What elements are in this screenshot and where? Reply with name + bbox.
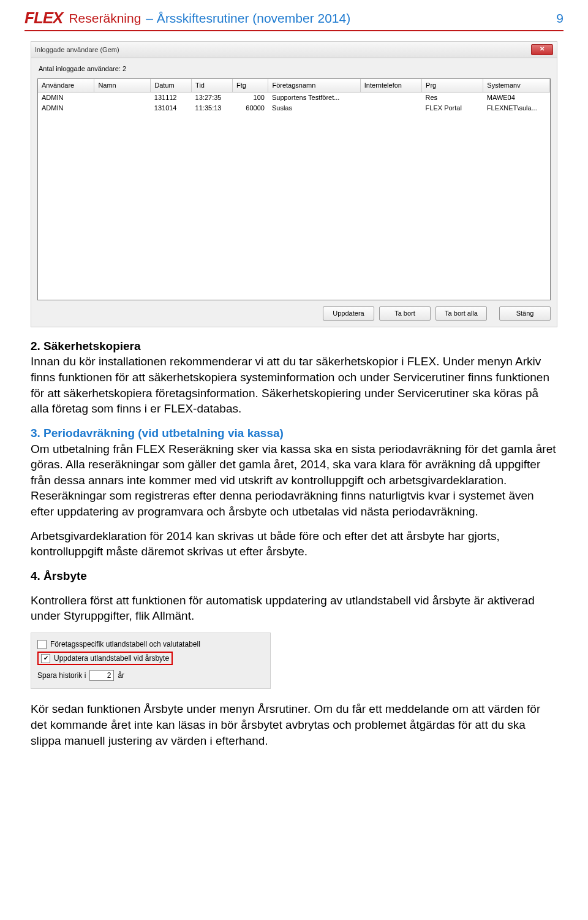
section4-paragraph-1: Kontrollera först att funktionen för aut… xyxy=(31,593,557,624)
cell xyxy=(360,92,421,102)
history-years-input[interactable]: 2 xyxy=(89,670,114,681)
section2-title: 2. Säkerhetskopiera xyxy=(31,340,141,352)
app-logo: FLEX xyxy=(24,9,62,28)
col-sys[interactable]: Systemanv xyxy=(483,79,550,92)
section3-paragraph-1: Om utbetalning från FLEX Reseräkning ske… xyxy=(31,443,556,519)
checkbox-update-foreign-table-label: Uppdatera utlandstabell vid årsbyte xyxy=(54,653,169,663)
checkbox-company-specific-label: Företagsspecifik utlandstabell och valut… xyxy=(50,639,200,649)
remove-all-button[interactable]: Ta bort alla xyxy=(435,306,487,321)
table-row[interactable]: ADMIN 131112 13:27:35 100 Supportens Tes… xyxy=(38,92,550,102)
col-ftg[interactable]: Ftg xyxy=(232,79,268,92)
col-time[interactable]: Tid xyxy=(192,79,233,92)
update-button[interactable]: Uppdatera xyxy=(323,306,374,321)
table-row[interactable]: ADMIN 131014 11:35:13 60000 Suslas FLEX … xyxy=(38,103,550,113)
cell xyxy=(94,92,151,102)
table-header-row: Användare Namn Datum Tid Ftg Företagsnam… xyxy=(38,79,550,92)
dialog-titlebar: Inloggade användare (Gem) ✕ xyxy=(31,42,557,58)
users-table-container: Användare Namn Datum Tid Ftg Företagsnam… xyxy=(37,78,551,300)
cell: FLEX Portal xyxy=(422,103,483,113)
checkbox-company-specific[interactable] xyxy=(37,640,47,649)
page-number: 9 xyxy=(556,11,564,26)
cell xyxy=(360,103,421,113)
section2-paragraph: Innan du kör installationen rekommendera… xyxy=(31,355,549,415)
cell: 60000 xyxy=(232,103,268,113)
cell: 13:27:35 xyxy=(192,92,233,102)
cell xyxy=(94,103,151,113)
cell: FLEXNET\sula... xyxy=(483,103,550,113)
col-name[interactable]: Namn xyxy=(94,79,151,92)
col-date[interactable]: Datum xyxy=(151,79,192,92)
highlighted-option: ✔ Uppdatera utlandstabell vid årsbyte xyxy=(37,652,173,665)
page-header-subtitle: – Årsskiftesrutiner (november 2014) xyxy=(146,11,556,26)
close-button[interactable]: Stäng xyxy=(499,306,551,321)
user-count-label: Antal inloggade användare: 2 xyxy=(37,63,551,78)
dialog-title: Inloggade användare (Gem) xyxy=(35,45,531,55)
cell: MAWE04 xyxy=(483,92,550,102)
cell: 11:35:13 xyxy=(192,103,233,113)
cell: Suslas xyxy=(268,103,360,113)
col-user[interactable]: Användare xyxy=(38,79,94,92)
section3-title: 3. Periodavräkning (vid utbetalning via … xyxy=(31,427,284,439)
cell: 100 xyxy=(232,92,268,102)
remove-button[interactable]: Ta bort xyxy=(379,306,431,321)
section4-title: 4. Årsbyte xyxy=(31,569,87,582)
history-label-post: år xyxy=(118,671,124,680)
close-icon[interactable]: ✕ xyxy=(531,44,553,55)
col-company[interactable]: Företagsnamn xyxy=(268,79,360,92)
cell: Res xyxy=(422,92,483,102)
cell: ADMIN xyxy=(38,92,94,102)
logged-in-users-dialog: Inloggade användare (Gem) ✕ Antal inlogg… xyxy=(31,41,557,327)
checkbox-update-foreign-table[interactable]: ✔ xyxy=(41,654,50,663)
col-prg[interactable]: Prg xyxy=(422,79,483,92)
section3-paragraph-2: Arbetsgivardeklaration för 2014 kan skri… xyxy=(31,528,557,560)
cell: 131112 xyxy=(151,92,192,102)
col-tel[interactable]: Interntelefon xyxy=(360,79,421,92)
section4-paragraph-2: Kör sedan funktionen Årsbyte under menyn… xyxy=(31,701,557,748)
page-header-title: Reseräkning xyxy=(69,11,141,26)
users-table: Användare Namn Datum Tid Ftg Företagsnam… xyxy=(38,79,550,113)
cell: 131014 xyxy=(151,103,192,113)
history-label-pre: Spara historik i xyxy=(37,671,86,680)
cell: ADMIN xyxy=(38,103,94,113)
header-divider xyxy=(24,30,564,31)
cell: Supportens Testföret... xyxy=(268,92,360,102)
settings-panel: Företagsspecifik utlandstabell och valut… xyxy=(31,633,271,689)
